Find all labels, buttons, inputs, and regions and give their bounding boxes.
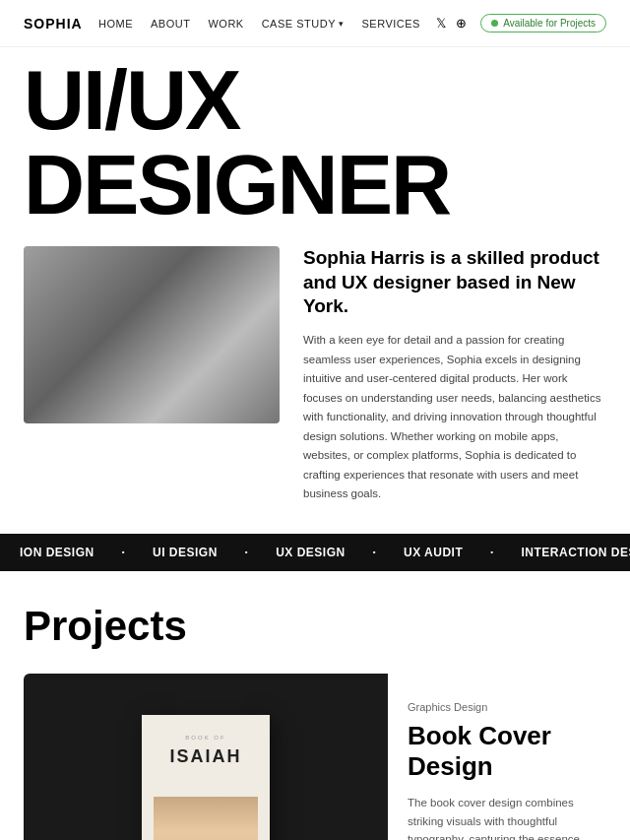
ticker-item-4: UX AUDIT [404,546,463,559]
chevron-down-icon: ▾ [339,19,345,29]
project-1-info: Graphics Design Book Cover Design The bo… [388,674,606,840]
ticker-item-2: UI DESIGN [153,546,218,559]
nav-work[interactable]: WORK [208,18,243,30]
availability-text: Available for Projects [503,18,596,29]
ticker-label-4: UX AUDIT [404,546,463,559]
project-1-category: Graphics Design [408,701,587,713]
project-1-description: The book cover design combines striking … [408,794,587,840]
book-title: ISAIAH [154,746,258,767]
twitter-icon[interactable]: 𝕏 [436,16,446,31]
nav-case-study[interactable]: CASE STUDY ▾ [262,18,345,30]
hero-headline: Sophia Harris is a skilled product and U… [303,246,606,319]
ticker-dot-2: • [245,548,248,556]
project-card-1: BOOK OF ISAIAH Graphics Design Book Cove… [24,674,606,840]
navbar: SOPHIA HOME ABOUT WORK CASE STUDY ▾ SERV… [0,0,630,47]
hero-content: Sophia Harris is a skilled product and U… [24,246,606,504]
social-links: 𝕏 ⊕ [436,16,467,31]
projects-title: Projects [24,603,606,650]
nav-services[interactable]: SERVICES [361,18,419,30]
hero-text-block: Sophia Harris is a skilled product and U… [303,246,606,504]
book-image-area [154,797,258,840]
nav-home[interactable]: HOME [98,18,133,30]
ticker-label-1: ION DESIGN [20,546,94,559]
projects-section: Projects BOOK OF ISAIAH Graphics Design … [0,571,630,840]
hero-image [24,246,280,423]
status-dot [491,20,498,27]
hero-title: UI/UX DESIGNER [24,57,606,226]
project-1-image: BOOK OF ISAIAH [24,674,388,840]
logo[interactable]: SOPHIA [24,16,83,32]
ticker-item-5: INTERACTION DESIGN [522,546,630,559]
book-mockup: BOOK OF ISAIAH [142,715,270,840]
availability-badge: Available for Projects [480,14,606,32]
nav-links: HOME ABOUT WORK CASE STUDY ▾ SERVICES [98,18,420,30]
book-top-label: BOOK OF [154,735,258,741]
instagram-icon[interactable]: ⊕ [456,16,467,31]
hero-body: With a keen eye for detail and a passion… [303,331,606,504]
ticker-inner: ION DESIGN • UI DESIGN • UX DESIGN • UX … [0,546,630,559]
ticker-dot-3: • [373,548,376,556]
nav-right: 𝕏 ⊕ Available for Projects [436,14,606,32]
ticker-label-3: UX DESIGN [276,546,346,559]
nav-about[interactable]: ABOUT [151,18,190,30]
ticker-dot-4: • [490,548,493,556]
ticker-label-5: INTERACTION DESIGN [522,546,630,559]
ticker-label-2: UI DESIGN [153,546,218,559]
hero-section: UI/UX DESIGNER Sophia Harris is a skille… [0,47,630,534]
skills-ticker: ION DESIGN • UI DESIGN • UX DESIGN • UX … [0,534,630,571]
designer-photo [24,246,280,423]
ticker-item-1: ION DESIGN [20,546,94,559]
ticker-item-3: UX DESIGN [276,546,346,559]
ticker-dot-1: • [122,548,125,556]
project-1-name: Book Cover Design [408,721,587,782]
